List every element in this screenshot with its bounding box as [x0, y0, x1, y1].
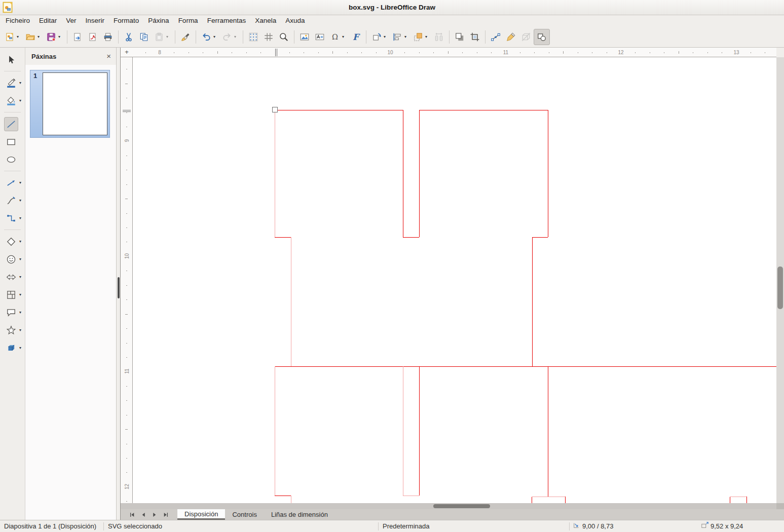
align-objects-dropdown-arrow[interactable]: ▾: [404, 34, 409, 39]
layer-tab-liñas-de-dimensión[interactable]: Liñas de dimensión: [264, 509, 335, 520]
svg-line-segment[interactable]: [403, 366, 403, 496]
menu-forma[interactable]: Forma: [174, 15, 203, 26]
svg-line-segment[interactable]: [532, 237, 548, 238]
svg-line-segment[interactable]: [419, 110, 420, 237]
svg-line-segment[interactable]: [275, 496, 291, 496]
export-pdf-button[interactable]: [85, 29, 100, 45]
line-color-dropdown-arrow[interactable]: ▾: [19, 81, 24, 85]
basic-shapes-button[interactable]: ▾: [0, 233, 25, 250]
callout-shapes-button[interactable]: ▾: [0, 303, 25, 321]
close-icon[interactable]: ×: [106, 53, 111, 60]
crop-image-button[interactable]: [467, 29, 482, 45]
save-button[interactable]: ▾: [44, 29, 64, 45]
insert-textbox-button[interactable]: [312, 29, 327, 45]
new-document-dropdown-arrow[interactable]: ▾: [17, 34, 21, 39]
last-page-icon[interactable]: [160, 509, 171, 520]
select-button[interactable]: [0, 51, 25, 68]
edit-points-button[interactable]: [488, 29, 503, 45]
svg-line-segment[interactable]: [275, 366, 776, 367]
svg-line-segment[interactable]: [548, 366, 548, 497]
glue-points-button[interactable]: [503, 29, 518, 45]
shadow-button[interactable]: [452, 29, 467, 45]
svg-line-segment[interactable]: [275, 110, 275, 237]
export-button[interactable]: [70, 29, 85, 45]
horizontal-scrollbar-thumb[interactable]: [433, 504, 490, 508]
ellipse-button[interactable]: [0, 150, 25, 168]
flowchart-button[interactable]: ▾: [0, 286, 25, 303]
special-character-button[interactable]: Ω▾: [327, 29, 348, 45]
save-dropdown-arrow[interactable]: ▾: [58, 34, 63, 39]
3d-objects-button[interactable]: ▾: [0, 339, 25, 357]
fill-color-button[interactable]: ▾: [0, 92, 25, 109]
undo-button[interactable]: ▾: [199, 29, 219, 45]
transformations-dropdown-arrow[interactable]: ▾: [384, 34, 388, 39]
drawing-canvas[interactable]: [133, 57, 776, 503]
svg-line-segment[interactable]: [419, 110, 548, 110]
symbol-shapes-button[interactable]: ▾: [0, 250, 25, 268]
svg-line-segment[interactable]: [275, 366, 275, 496]
splitter-grab-handle[interactable]: [118, 277, 120, 298]
svg-line-segment[interactable]: [403, 237, 419, 238]
menu-formato[interactable]: Formato: [109, 15, 143, 26]
layer-tab-disposición[interactable]: Disposición: [177, 509, 225, 520]
menu-ferramentas[interactable]: Ferramentas: [203, 15, 251, 26]
menu-xanela[interactable]: Xanela: [250, 15, 281, 26]
svg-line-segment[interactable]: [746, 497, 747, 503]
display-grid-button[interactable]: [246, 29, 261, 45]
vertical-scrollbar-thumb[interactable]: [777, 267, 783, 309]
svg-line-segment[interactable]: [532, 497, 532, 503]
block-arrows-button[interactable]: ▾: [0, 268, 25, 286]
copy-button[interactable]: [136, 29, 152, 45]
clone-formatting-button[interactable]: [178, 29, 193, 45]
stars-button[interactable]: ▾: [0, 321, 25, 339]
stars-dropdown-arrow[interactable]: ▾: [19, 328, 24, 332]
rectangle-button[interactable]: [0, 133, 25, 150]
svg-line-segment[interactable]: [730, 497, 730, 503]
menu-editar[interactable]: Editar: [34, 15, 61, 26]
cut-button[interactable]: [121, 29, 136, 45]
line-color-button[interactable]: ▾: [0, 74, 25, 92]
new-document-button[interactable]: ▾: [2, 29, 23, 45]
callout-shapes-dropdown-arrow[interactable]: ▾: [19, 310, 24, 315]
3d-objects-dropdown-arrow[interactable]: ▾: [19, 346, 24, 350]
selection-handle[interactable]: [272, 107, 278, 112]
connectors-button[interactable]: ▾: [0, 209, 25, 227]
connectors-dropdown-arrow[interactable]: ▾: [19, 216, 24, 220]
first-page-icon[interactable]: [127, 509, 138, 520]
svg-line-segment[interactable]: [532, 237, 533, 366]
basic-shapes-dropdown-arrow[interactable]: ▾: [19, 239, 24, 244]
next-page-icon[interactable]: [149, 509, 160, 520]
svg-line-segment[interactable]: [291, 237, 291, 366]
svg-line-segment[interactable]: [275, 110, 403, 110]
layer-tab-controis[interactable]: Controis: [225, 509, 264, 520]
svg-line-segment[interactable]: [275, 237, 291, 238]
redo-dropdown-arrow[interactable]: ▾: [234, 34, 239, 39]
menu-ficheiro[interactable]: Ficheiro: [1, 15, 34, 26]
curves-and-polygons-dropdown-arrow[interactable]: ▾: [19, 198, 24, 203]
horizontal-scrollbar[interactable]: [121, 503, 776, 509]
svg-line-segment[interactable]: [291, 496, 291, 503]
previous-page-icon[interactable]: [138, 509, 149, 520]
menu-inserir[interactable]: Inserir: [81, 15, 109, 26]
arrange-button[interactable]: ▾: [410, 29, 431, 45]
page-thumbnail[interactable]: 1: [30, 70, 110, 138]
panel-splitter[interactable]: [117, 48, 121, 520]
flowchart-dropdown-arrow[interactable]: ▾: [19, 292, 24, 297]
fill-color-dropdown-arrow[interactable]: ▾: [19, 98, 24, 103]
svg-line-segment[interactable]: [730, 497, 746, 497]
open-button[interactable]: ▾: [23, 29, 44, 45]
menu-páxina[interactable]: Páxina: [143, 15, 173, 26]
special-character-dropdown-arrow[interactable]: ▾: [342, 34, 347, 39]
svg-line-segment[interactable]: [565, 497, 566, 503]
print-button[interactable]: [100, 29, 116, 45]
symbol-shapes-dropdown-arrow[interactable]: ▾: [19, 257, 24, 261]
arrange-dropdown-arrow[interactable]: ▾: [425, 34, 430, 39]
lines-and-arrows-dropdown-arrow[interactable]: ▾: [19, 180, 24, 185]
vertical-scrollbar[interactable]: [776, 57, 784, 503]
paste-dropdown-arrow[interactable]: ▾: [166, 34, 171, 39]
svg-line-segment[interactable]: [548, 110, 548, 237]
svg-line-segment[interactable]: [419, 366, 420, 496]
menu-ver[interactable]: Ver: [61, 15, 81, 26]
transformations-button[interactable]: ▾: [369, 29, 390, 45]
align-objects-button[interactable]: ▾: [390, 29, 410, 45]
